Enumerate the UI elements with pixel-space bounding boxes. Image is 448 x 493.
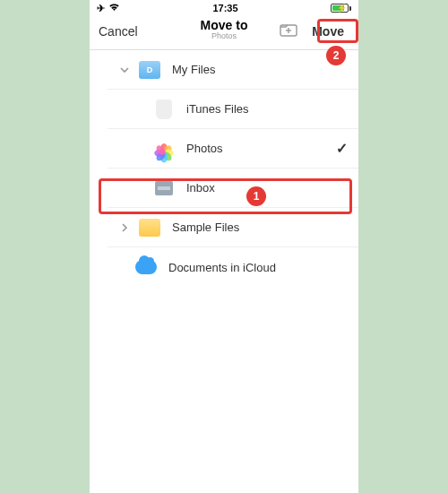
airplane-icon: ✈︎ [97,3,105,14]
folder-list: My Files iTunes Files Photos ✓ [90,50,358,287]
header-title: Move to [201,18,248,32]
checkmark-icon: ✓ [336,140,348,157]
list-item-label: Inbox [186,181,348,195]
list-item-myfiles[interactable]: My Files [108,50,358,90]
list-item-inbox[interactable]: Inbox [108,169,358,208]
list-item-sample[interactable]: Sample Files [108,208,358,247]
itunes-icon [156,99,172,119]
chevron-right-icon[interactable] [116,223,133,232]
folder-icon [139,219,160,237]
list-item-label: iTunes Files [186,102,348,116]
status-bar: ✈︎ 17:35 ⚡ [90,0,358,16]
header-subtitle: Photos [201,31,248,40]
cloud-icon [135,260,157,274]
chevron-down-icon[interactable] [116,65,133,74]
status-time: 17:35 [212,3,237,13]
folder-icon [139,61,160,79]
list-item-label: Documents in iCloud [168,261,348,274]
move-button[interactable]: Move [306,22,349,41]
list-item-itunes[interactable]: iTunes Files [108,90,358,129]
photos-icon [154,139,174,159]
battery-icon: ⚡ [331,4,351,13]
list-item-label: My Files [172,63,348,76]
wifi-icon [108,3,120,13]
list-item-icloud[interactable]: Documents in iCloud [90,247,358,287]
list-item-label: Sample Files [172,221,348,234]
inbox-icon [155,181,173,195]
list-item-photos[interactable]: Photos ✓ [108,129,358,169]
cancel-button[interactable]: Cancel [99,24,138,39]
new-folder-icon[interactable] [280,22,297,40]
list-item-label: Photos [186,142,336,155]
header: Cancel Move to Photos Move [90,16,358,50]
